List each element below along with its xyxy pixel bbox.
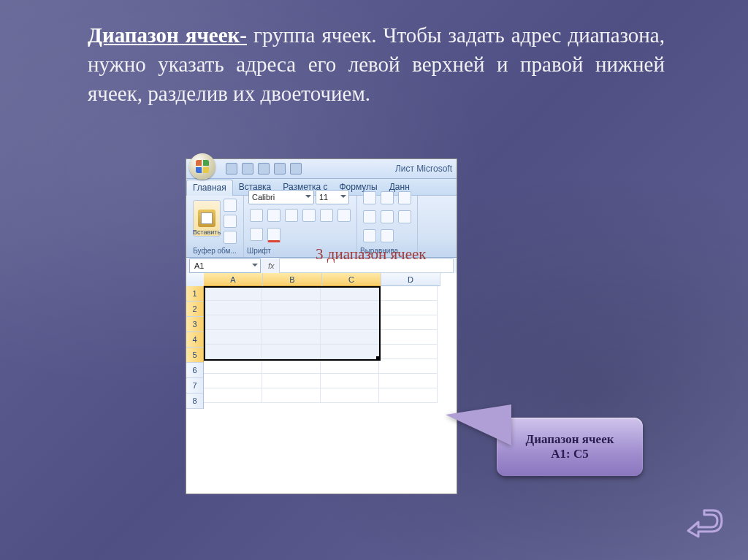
cell[interactable]: [262, 330, 321, 345]
callout-line1: Диапазон ячеек: [525, 432, 614, 447]
align-center-icon[interactable]: [381, 210, 394, 223]
callout-line2: А1: С5: [551, 447, 588, 461]
fill-color-icon[interactable]: [250, 228, 263, 241]
cell[interactable]: [262, 286, 321, 301]
cut-icon[interactable]: [224, 199, 237, 212]
select-all-corner[interactable]: [186, 273, 205, 287]
cell[interactable]: [321, 301, 379, 315]
cell[interactable]: [262, 388, 321, 403]
cell[interactable]: [262, 315, 321, 330]
return-arrow-icon: [682, 509, 723, 540]
copy-icon[interactable]: [224, 215, 237, 228]
row-header-1[interactable]: 1: [186, 286, 204, 302]
cell[interactable]: [321, 315, 379, 330]
row-header-7[interactable]: 7: [186, 378, 204, 394]
name-box[interactable]: A1: [189, 258, 261, 273]
bold-icon[interactable]: [250, 209, 263, 222]
paste-icon: [198, 210, 215, 227]
office-button[interactable]: [189, 153, 215, 180]
cell[interactable]: [262, 374, 321, 388]
cell[interactable]: [204, 374, 262, 388]
cell[interactable]: [379, 345, 438, 359]
cell[interactable]: [379, 359, 438, 374]
cell[interactable]: [204, 330, 262, 345]
align-bottom-icon[interactable]: [398, 191, 411, 204]
range-callout: Диапазон ячеек А1: С5: [497, 418, 643, 476]
cell[interactable]: [204, 301, 262, 315]
row-header-4[interactable]: 4: [186, 332, 204, 348]
term: Диапазон ячеек-: [88, 23, 247, 47]
grow-font-icon[interactable]: [320, 209, 333, 222]
cell[interactable]: [379, 286, 438, 301]
cell[interactable]: [262, 359, 321, 374]
qat-more-icon[interactable]: [290, 163, 302, 174]
cell[interactable]: [321, 286, 379, 301]
cell[interactable]: [321, 388, 379, 403]
cell[interactable]: [379, 315, 438, 330]
cell[interactable]: [379, 374, 438, 388]
fx-buttons: fx: [268, 261, 275, 270]
cell[interactable]: [379, 301, 438, 315]
col-header-A[interactable]: A: [204, 273, 263, 286]
italic-icon[interactable]: [267, 209, 280, 222]
cell[interactable]: [204, 359, 262, 374]
align-left-icon[interactable]: [363, 210, 376, 223]
cell[interactable]: [321, 374, 379, 388]
excel-screenshot: Лист Microsoft Главная Вставка Разметка …: [186, 159, 457, 494]
align-right-icon[interactable]: [398, 210, 411, 223]
indent-inc-icon[interactable]: [381, 229, 394, 242]
titlebar-text: Лист Microsoft: [395, 164, 457, 174]
qat-save-icon[interactable]: [226, 163, 237, 174]
font-color-icon[interactable]: [267, 228, 280, 242]
row-headers: 12345678: [186, 286, 204, 494]
clipboard-mini: [222, 197, 238, 245]
col-header-C[interactable]: C: [322, 273, 381, 286]
cell[interactable]: [379, 388, 438, 403]
qat-redo-icon[interactable]: [258, 163, 270, 174]
cell[interactable]: [321, 330, 379, 345]
group-clipboard: Вставить Буфер обм...: [186, 196, 244, 257]
underline-icon[interactable]: [285, 209, 298, 222]
cell[interactable]: [321, 345, 379, 359]
slide: Диапазон ячеек- группа ячеек. Чтобы зада…: [0, 0, 748, 560]
cell[interactable]: [204, 286, 262, 301]
align-middle-icon[interactable]: [381, 191, 394, 204]
paste-button[interactable]: Вставить: [193, 200, 221, 237]
align-top-icon[interactable]: [363, 191, 376, 204]
row-header-3[interactable]: 3: [186, 317, 204, 332]
back-button[interactable]: [682, 509, 723, 540]
row-header-2[interactable]: 2: [186, 302, 204, 317]
quick-access-toolbar: [226, 163, 302, 174]
column-headers: ABCD: [204, 273, 457, 286]
indent-dec-icon[interactable]: [363, 229, 376, 242]
col-header-B[interactable]: B: [263, 273, 322, 286]
row-header-5[interactable]: 5: [186, 348, 204, 363]
cell[interactable]: [379, 330, 438, 345]
row-header-6[interactable]: 6: [186, 363, 204, 378]
cell[interactable]: [321, 359, 379, 374]
cell[interactable]: [204, 315, 262, 330]
format-painter-icon[interactable]: [224, 231, 237, 244]
font-name-combo[interactable]: Calibri: [248, 190, 314, 204]
shrink-font-icon[interactable]: [337, 209, 351, 222]
font-size-combo[interactable]: 11: [316, 190, 349, 204]
cell[interactable]: [204, 345, 262, 359]
titlebar: Лист Microsoft: [186, 159, 457, 179]
row-header-8[interactable]: 8: [186, 394, 204, 409]
border-icon[interactable]: [302, 209, 316, 222]
fx-icon[interactable]: fx: [268, 261, 275, 270]
cell[interactable]: [204, 388, 262, 403]
tab-home[interactable]: Главная: [186, 180, 233, 196]
overlay-caption: 3 диапазон ячеек: [316, 245, 427, 264]
qat-print-icon[interactable]: [274, 163, 286, 174]
cell[interactable]: [262, 301, 321, 315]
definition-paragraph: Диапазон ячеек- группа ячеек. Чтобы зада…: [88, 20, 665, 108]
col-header-D[interactable]: D: [381, 273, 440, 286]
cells-area[interactable]: [204, 286, 457, 494]
cell[interactable]: [262, 345, 321, 359]
qat-undo-icon[interactable]: [242, 163, 253, 174]
worksheet[interactable]: ABCD 12345678: [186, 273, 457, 494]
